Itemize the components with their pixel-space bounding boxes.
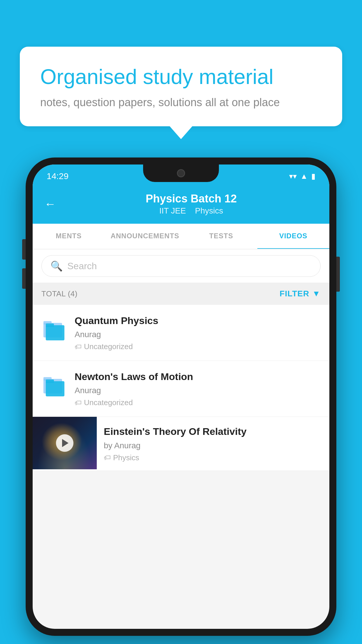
svg-rect-7	[46, 379, 54, 383]
search-icon: 🔍	[50, 260, 63, 272]
newton-author: Anurag	[75, 386, 321, 395]
folder-icon	[43, 317, 66, 343]
tab-tests[interactable]: TESTS	[185, 224, 257, 249]
camera-icon	[177, 169, 185, 177]
filter-bar: TOTAL (4) FILTER ▼	[33, 283, 329, 305]
search-bar[interactable]: 🔍 Search	[41, 255, 321, 277]
power-button	[336, 257, 340, 292]
newton-title: Newton's Laws of Motion	[75, 370, 321, 383]
quantum-tag: 🏷 Uncategorized	[75, 342, 321, 351]
batch-subject: Physics	[195, 206, 223, 215]
svg-rect-6	[46, 381, 64, 396]
einstein-tag: 🏷 Physics	[104, 453, 322, 462]
batch-subtitle: IIT JEE Physics	[65, 206, 318, 216]
volume-down-button	[22, 268, 26, 289]
quantum-thumbnail	[41, 314, 68, 346]
wifi-icon: ▾▾	[289, 172, 297, 181]
newton-tag: 🏷 Uncategorized	[75, 398, 321, 407]
batch-category: IIT JEE	[159, 206, 186, 215]
play-icon	[62, 439, 68, 447]
phone-notch	[143, 164, 219, 182]
quantum-category: Uncategorized	[84, 342, 133, 351]
quantum-author: Anurag	[75, 330, 321, 339]
search-input[interactable]: Search	[67, 261, 97, 272]
einstein-thumbnail	[33, 417, 97, 469]
tag-icon-newton: 🏷	[75, 399, 82, 407]
phone-mockup: 14:29 ▾▾ ▲ ▮ ← Physics Batch 12 IIT JEE …	[26, 158, 336, 636]
back-button[interactable]: ←	[44, 197, 56, 211]
tab-announcements[interactable]: ANNOUNCEMENTS	[105, 224, 185, 249]
video-item-newton[interactable]: Newton's Laws of Motion Anurag 🏷 Uncateg…	[33, 361, 329, 417]
hero-title: Organised study material	[40, 64, 322, 89]
hero-section: Organised study material notes, question…	[20, 47, 342, 126]
speech-bubble: Organised study material notes, question…	[20, 47, 342, 126]
tag-icon: 🏷	[75, 343, 82, 351]
filter-button[interactable]: FILTER ▼	[280, 289, 321, 298]
svg-rect-2	[46, 325, 64, 340]
status-icons: ▾▾ ▲ ▮	[289, 172, 315, 181]
einstein-title: Einstein's Theory Of Relativity	[104, 425, 322, 438]
einstein-author: by Anurag	[104, 441, 322, 450]
einstein-info: Einstein's Theory Of Relativity by Anura…	[97, 417, 329, 470]
search-container: 🔍 Search	[33, 249, 329, 283]
newton-category: Uncategorized	[84, 398, 133, 407]
newton-info: Newton's Laws of Motion Anurag 🏷 Uncateg…	[75, 370, 321, 407]
app-header: ← Physics Batch 12 IIT JEE Physics	[33, 186, 329, 224]
total-count: TOTAL (4)	[41, 289, 78, 298]
header-title-group: Physics Batch 12 IIT JEE Physics	[65, 192, 318, 216]
video-item-quantum[interactable]: Quantum Physics Anurag 🏷 Uncategorized	[33, 305, 329, 361]
tab-ments[interactable]: MENTS	[33, 224, 105, 249]
tab-bar: MENTS ANNOUNCEMENTS TESTS VIDEOS	[33, 224, 329, 249]
video-list: Quantum Physics Anurag 🏷 Uncategorized	[33, 305, 329, 471]
batch-title: Physics Batch 12	[65, 192, 318, 205]
phone-frame: 14:29 ▾▾ ▲ ▮ ← Physics Batch 12 IIT JEE …	[26, 158, 336, 636]
battery-icon: ▮	[311, 172, 315, 181]
tag-icon-einstein: 🏷	[104, 454, 111, 462]
filter-icon: ▼	[312, 289, 321, 298]
svg-rect-3	[46, 323, 54, 327]
volume-up-button	[22, 239, 26, 260]
newton-thumbnail	[41, 370, 68, 402]
filter-label: FILTER	[280, 289, 309, 298]
signal-icon: ▲	[300, 172, 308, 181]
tab-videos[interactable]: VIDEOS	[257, 224, 329, 249]
folder-icon-newton	[43, 373, 66, 399]
quantum-info: Quantum Physics Anurag 🏷 Uncategorized	[75, 314, 321, 351]
phone-screen: 14:29 ▾▾ ▲ ▮ ← Physics Batch 12 IIT JEE …	[33, 164, 329, 629]
status-time: 14:29	[47, 171, 68, 181]
einstein-category: Physics	[113, 453, 139, 462]
hero-subtitle: notes, question papers, solutions all at…	[40, 96, 322, 109]
quantum-title: Quantum Physics	[75, 314, 321, 327]
video-item-einstein[interactable]: Einstein's Theory Of Relativity by Anura…	[33, 417, 329, 470]
play-button[interactable]	[56, 434, 73, 452]
